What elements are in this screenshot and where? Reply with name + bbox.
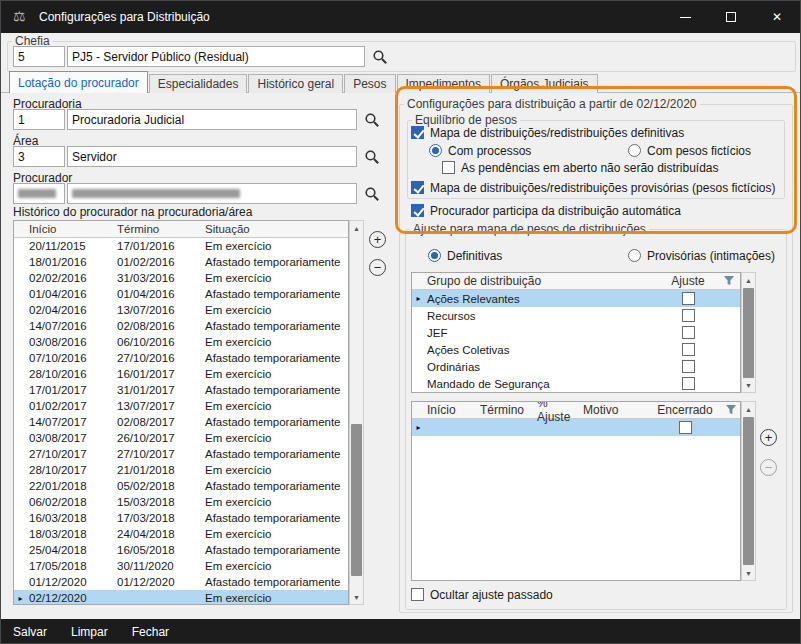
scrollbar-thumb[interactable] bbox=[351, 424, 362, 576]
historico-row[interactable]: 28/10/201721/01/2018Em exercício bbox=[14, 462, 348, 478]
tab-lotação-do-procurador[interactable]: Lotação do procurador bbox=[9, 71, 148, 93]
search-icon bbox=[364, 112, 380, 128]
historico-row[interactable]: 17/01/201731/01/2017Afastado temporariam… bbox=[14, 382, 348, 398]
historico-row[interactable]: 16/03/201817/03/2018Afastado temporariam… bbox=[14, 510, 348, 526]
add-ajuste-button[interactable]: + bbox=[760, 429, 777, 446]
inicio-cell: 02/02/2016 bbox=[27, 272, 117, 284]
salvar-button[interactable]: Salvar bbox=[13, 625, 47, 639]
ajuste-checkbox[interactable] bbox=[682, 343, 695, 356]
chefia-name-field[interactable] bbox=[67, 46, 365, 67]
historico-row[interactable]: 18/01/201601/02/2016Afastado temporariam… bbox=[14, 254, 348, 270]
participa-checkbox[interactable]: Procurador participa da distribuição aut… bbox=[411, 203, 681, 218]
remove-ajuste-button[interactable]: − bbox=[760, 459, 777, 476]
procuradoria-name-field[interactable] bbox=[67, 109, 357, 130]
grupo-row[interactable]: Ações Coletivas bbox=[412, 341, 740, 358]
minimize-button[interactable] bbox=[662, 1, 708, 33]
historico-row[interactable]: 25/04/201816/05/2018Afastado temporariam… bbox=[14, 542, 348, 558]
periodo-filter-button[interactable] bbox=[720, 405, 741, 415]
mapa-provisorias-checkbox[interactable]: Mapa de distribuições/redistribuições pr… bbox=[411, 180, 775, 195]
scroll-down-icon[interactable]: ▼ bbox=[742, 378, 755, 392]
limpar-button[interactable]: Limpar bbox=[71, 625, 108, 639]
scrollbar-thumb[interactable] bbox=[743, 288, 754, 378]
grupo-row[interactable]: Recursos bbox=[412, 307, 740, 324]
scrollbar-thumb[interactable] bbox=[743, 417, 754, 565]
remove-historico-button[interactable]: − bbox=[369, 259, 386, 276]
historico-row[interactable]: 18/03/201824/04/2018Em exercício bbox=[14, 526, 348, 542]
fechar-button[interactable]: Fechar bbox=[132, 625, 169, 639]
historico-row[interactable]: 06/02/201815/03/2018Em exercício bbox=[14, 494, 348, 510]
grupo-row[interactable]: JEF bbox=[412, 324, 740, 341]
checkbox-label: Ocultar ajuste passado bbox=[430, 588, 553, 602]
com-pesos-ficticios-radio[interactable]: Com pesos fictícios bbox=[628, 143, 751, 158]
radio-label: Com processos bbox=[448, 144, 531, 158]
termino-cell: 02/08/2017 bbox=[117, 416, 205, 428]
historico-row[interactable]: 28/10/201616/01/2017Em exercício bbox=[14, 366, 348, 382]
procurador-search-button[interactable] bbox=[363, 185, 381, 203]
historico-row[interactable]: 17/05/201830/11/2020Em exercício bbox=[14, 558, 348, 574]
scroll-down-icon[interactable]: ▼ bbox=[350, 590, 363, 604]
historico-row[interactable]: 02/04/201613/07/2016Em exercício bbox=[14, 302, 348, 318]
tab-especialidades[interactable]: Especialidades bbox=[149, 74, 248, 93]
historico-row[interactable]: 03/08/201606/10/2016Em exercício bbox=[14, 334, 348, 350]
area-code-field[interactable] bbox=[13, 146, 65, 167]
historico-row[interactable]: 07/10/201627/10/2016Afastado temporariam… bbox=[14, 350, 348, 366]
scroll-up-icon[interactable]: ▲ bbox=[742, 402, 755, 416]
grupo-row[interactable]: Mandado de Segurança bbox=[412, 375, 740, 392]
termino-cell: 26/10/2017 bbox=[117, 432, 205, 444]
historico-row[interactable]: 03/08/201726/10/2017Em exercício bbox=[14, 430, 348, 446]
scroll-down-icon[interactable]: ▼ bbox=[742, 566, 755, 580]
grupo-scrollbar[interactable]: ▲ ▼ bbox=[741, 272, 756, 393]
historico-row[interactable]: 20/11/201517/01/2016Em exercício bbox=[14, 238, 348, 254]
procurador-name-field[interactable] bbox=[67, 183, 357, 204]
mapa-definitivas-checkbox[interactable]: Mapa de distribuições/redistribuições de… bbox=[411, 125, 684, 140]
ajuste-pct-column-header: % Ajuste bbox=[537, 401, 583, 424]
historico-row[interactable]: 02/02/201631/03/2016Em exercício bbox=[14, 270, 348, 286]
historico-row[interactable]: 01/12/202001/12/2020Afastado temporariam… bbox=[14, 574, 348, 590]
procuradoria-code-field[interactable] bbox=[13, 109, 65, 130]
historico-scrollbar[interactable]: ▲ ▼ bbox=[349, 220, 364, 605]
scroll-up-icon[interactable]: ▲ bbox=[350, 221, 363, 235]
historico-row[interactable]: 01/04/201601/04/2016Afastado temporariam… bbox=[14, 286, 348, 302]
footer-bar: Salvar Limpar Fechar bbox=[1, 619, 801, 644]
encerrado-checkbox[interactable] bbox=[679, 421, 692, 434]
grupo-row[interactable]: ▸Ações Relevantes bbox=[412, 290, 740, 307]
historico-row[interactable]: 22/01/201805/02/2018Afastado temporariam… bbox=[14, 478, 348, 494]
termino-cell: 15/03/2018 bbox=[117, 496, 205, 508]
grupo-filter-button[interactable] bbox=[718, 276, 740, 286]
area-search-button[interactable] bbox=[363, 148, 381, 166]
ajuste-checkbox[interactable] bbox=[682, 326, 695, 339]
com-processos-radio[interactable]: Com processos bbox=[429, 143, 531, 158]
historico-row[interactable]: ▸02/12/2020Em exercício bbox=[14, 590, 348, 605]
grupo-table: Grupo de distribuição Ajuste ▸Ações Rele… bbox=[411, 272, 741, 393]
provisorias-radio[interactable]: Provisórias (intimações) bbox=[628, 248, 775, 263]
grupo-row[interactable]: Ordinárias bbox=[412, 358, 740, 375]
situacao-cell: Afastado temporariamente bbox=[205, 480, 348, 492]
historico-row[interactable]: 01/02/201713/07/2017Em exercício bbox=[14, 398, 348, 414]
add-historico-button[interactable]: + bbox=[369, 231, 386, 248]
periodo-scrollbar[interactable]: ▲ ▼ bbox=[741, 401, 756, 581]
tab-histórico-geral[interactable]: Histórico geral bbox=[248, 74, 343, 93]
chefia-code-field[interactable] bbox=[13, 46, 65, 67]
maximize-button[interactable] bbox=[708, 1, 754, 33]
procuradoria-search-button[interactable] bbox=[363, 111, 381, 129]
ajuste-checkbox[interactable] bbox=[682, 377, 695, 390]
historico-row[interactable]: 14/07/201702/08/2017Afastado temporariam… bbox=[14, 414, 348, 430]
tab-pesos[interactable]: Pesos bbox=[344, 74, 395, 93]
ajuste-checkbox[interactable] bbox=[682, 292, 695, 305]
ajuste-checkbox[interactable] bbox=[682, 309, 695, 322]
ocultar-checkbox[interactable]: Ocultar ajuste passado bbox=[411, 587, 553, 602]
ajuste-checkbox[interactable] bbox=[682, 360, 695, 373]
close-button[interactable]: ✕ bbox=[754, 1, 800, 33]
inicio-cell: 02/04/2016 bbox=[27, 304, 117, 316]
area-name-field[interactable] bbox=[67, 146, 357, 167]
scroll-up-icon[interactable]: ▲ bbox=[742, 273, 755, 287]
definitivas-radio[interactable]: Definitivas bbox=[428, 248, 502, 263]
chefia-search-button[interactable] bbox=[371, 48, 389, 66]
tab-órgãos-judiciais[interactable]: Órgãos Judiciais bbox=[491, 74, 598, 93]
historico-row[interactable]: 14/07/201602/08/2016Afastado temporariam… bbox=[14, 318, 348, 334]
situacao-cell: Em exercício bbox=[205, 304, 348, 316]
tab-impedimentos[interactable]: Impedimentos bbox=[397, 74, 490, 93]
pendencias-checkbox[interactable]: As pendências em aberto não serão distri… bbox=[442, 160, 719, 175]
historico-row[interactable]: 27/10/201727/10/2017Afastado temporariam… bbox=[14, 446, 348, 462]
procurador-code-field[interactable] bbox=[13, 183, 65, 204]
